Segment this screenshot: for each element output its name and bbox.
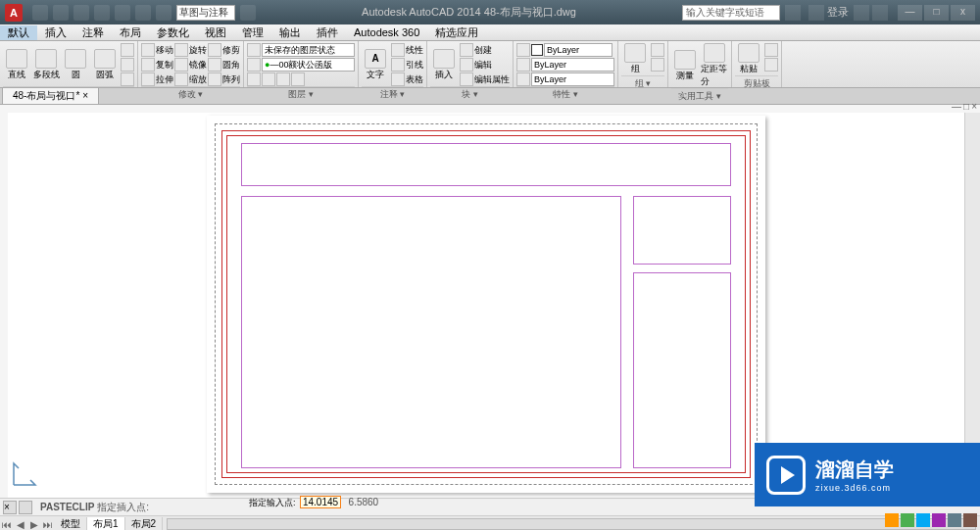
tray-icon-3[interactable] [916, 513, 930, 527]
dynamic-input-field[interactable]: 14.0145 [300, 496, 341, 508]
layer-match-icon[interactable] [291, 72, 305, 86]
qat-plot-icon[interactable] [115, 5, 130, 21]
block-create-icon[interactable] [460, 43, 473, 57]
vertical-scrollbar[interactable] [964, 113, 980, 498]
ellipse-icon[interactable] [121, 58, 134, 72]
group-edit-icon[interactable] [651, 58, 664, 72]
panel-layers-title[interactable]: 图层 ▾ [247, 86, 355, 101]
tray-icon-4[interactable] [932, 513, 946, 527]
layer-props-icon[interactable] [247, 43, 261, 57]
tab-first-icon[interactable]: ⏮ [0, 519, 14, 530]
text-button[interactable]: A文字 [362, 43, 389, 86]
leader-icon[interactable] [391, 58, 405, 72]
app-icon[interactable]: A [5, 4, 23, 22]
cut-icon[interactable] [764, 43, 778, 57]
array-icon[interactable] [208, 72, 221, 86]
search-icon[interactable] [785, 5, 801, 21]
copy-icon[interactable] [141, 58, 155, 72]
doc-close-icon[interactable]: × [971, 101, 977, 112]
ungroup-icon[interactable] [651, 43, 664, 57]
search-input[interactable]: 输入关键字或短语 [682, 5, 780, 21]
hatch-icon[interactable] [121, 72, 134, 86]
tab-next-icon[interactable]: ▶ [27, 519, 41, 530]
match-props-icon[interactable] [516, 43, 530, 57]
tray-icon-5[interactable] [948, 513, 961, 527]
layer-iso-icon[interactable] [247, 72, 261, 86]
tab-layout[interactable]: 布局 [112, 25, 149, 40]
panel-modify-title[interactable]: 修改 ▾ [141, 86, 240, 101]
doc-min-icon[interactable]: — [952, 101, 961, 112]
qat-undo-icon[interactable] [135, 5, 151, 21]
insert-button[interactable]: 插入 [430, 43, 458, 86]
ucs-icon[interactable] [11, 458, 40, 488]
ltype-icon[interactable] [516, 72, 530, 86]
tab-layout2[interactable]: 布局2 [125, 517, 164, 530]
group-button[interactable]: 组 [621, 43, 649, 75]
qat-open-icon[interactable] [53, 5, 69, 21]
copy-clip-icon[interactable] [764, 58, 778, 72]
cmd-recent-icon[interactable] [19, 501, 32, 514]
layer-off-icon[interactable] [247, 58, 261, 72]
polyline-button[interactable]: 多段线 [32, 43, 60, 86]
tab-featured[interactable]: 精选应用 [427, 25, 486, 40]
lweight-icon[interactable] [516, 58, 530, 72]
layer-combo[interactable]: ●—00额状公函版 [262, 58, 355, 72]
panel-block-title[interactable]: 块 ▾ [430, 86, 510, 101]
maximize-button[interactable]: □ [924, 5, 949, 21]
move-icon[interactable] [141, 43, 155, 57]
panel-annotate-title[interactable]: 注释 ▾ [362, 86, 423, 101]
tab-insert[interactable]: 插入 [37, 25, 74, 40]
side-viewport-2[interactable] [633, 272, 731, 468]
tab-layout1[interactable]: 布局1 [87, 517, 125, 530]
drawing-canvas[interactable]: 指定输入点: 14.0145 6.5860 [8, 113, 964, 498]
mirror-icon[interactable] [174, 58, 188, 72]
rect-icon[interactable] [121, 43, 134, 57]
tray-icon-6[interactable] [963, 513, 977, 527]
minimize-button[interactable]: — [898, 5, 922, 21]
linear-dim-icon[interactable] [391, 43, 405, 57]
panel-clipboard-title[interactable]: 剪贴板 [735, 75, 778, 90]
sign-in[interactable]: 登录 [808, 5, 849, 21]
trim-icon[interactable] [208, 43, 221, 57]
tab-view[interactable]: 视图 [197, 25, 234, 40]
panel-properties-title[interactable]: 特性 ▾ [516, 86, 614, 101]
main-viewport[interactable] [241, 196, 621, 468]
tab-model[interactable]: 模型 [55, 517, 87, 530]
block-edit-icon[interactable] [460, 58, 473, 72]
tray-icon-2[interactable] [901, 513, 914, 527]
close-button[interactable]: x [951, 5, 975, 21]
lineweight-combo[interactable]: ByLayer [531, 58, 614, 72]
tab-plugins[interactable]: 插件 [309, 25, 346, 40]
tab-annotate[interactable]: 注释 [74, 25, 112, 40]
cmd-close-icon[interactable]: × [3, 501, 17, 514]
qat-redo-icon[interactable] [156, 5, 172, 21]
tab-parametric[interactable]: 参数化 [149, 25, 197, 40]
tab-output[interactable]: 输出 [271, 25, 309, 40]
layerstate-combo[interactable]: 未保存的图层状态 [262, 43, 355, 57]
qat-save-icon[interactable] [74, 5, 89, 21]
horizontal-scrollbar[interactable] [167, 518, 976, 530]
tab-prev-icon[interactable]: ◀ [14, 519, 27, 530]
rotate-icon[interactable] [174, 43, 188, 57]
measure-button[interactable]: 测量 [671, 43, 699, 88]
layer-lock-icon[interactable] [276, 72, 290, 86]
arc-button[interactable]: 圆弧 [91, 43, 119, 86]
workspace-combo[interactable]: 草图与注释 [176, 5, 235, 21]
tab-default[interactable]: 默认 [0, 25, 37, 40]
table-icon[interactable] [391, 72, 405, 86]
title-block-viewport[interactable] [241, 143, 731, 186]
doc-tab[interactable]: 48-布局与视口* × [2, 87, 99, 104]
tray-icon-1[interactable] [885, 513, 899, 527]
line-button[interactable]: 直线 [3, 43, 30, 86]
doc-max-icon[interactable]: □ [963, 101, 969, 112]
circle-button[interactable]: 圆 [62, 43, 89, 86]
stretch-icon[interactable] [141, 72, 155, 86]
scale-icon[interactable] [174, 72, 188, 86]
close-tab-icon[interactable]: × [82, 90, 88, 101]
qat-saveas-icon[interactable] [94, 5, 110, 21]
exchange-icon[interactable] [854, 5, 869, 21]
fillet-icon[interactable] [208, 58, 221, 72]
panel-utilities-title[interactable]: 实用工具 ▾ [671, 88, 728, 103]
color-swatch[interactable] [531, 44, 543, 56]
tab-last-icon[interactable]: ⏭ [41, 519, 55, 530]
